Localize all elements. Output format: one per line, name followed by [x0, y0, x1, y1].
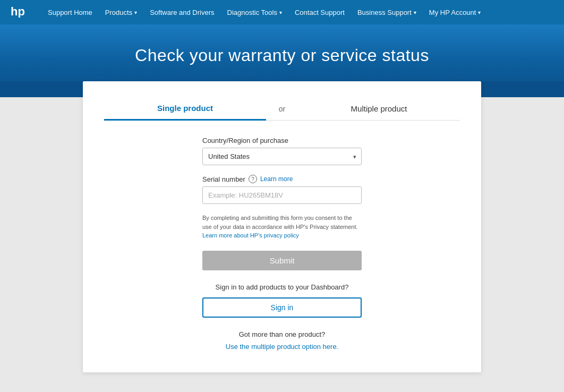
- serial-input[interactable]: [202, 186, 362, 204]
- nav-business-support[interactable]: Business Support ▾: [352, 0, 422, 24]
- nav-my-hp-account[interactable]: My HP Account ▾: [424, 0, 486, 24]
- learn-more-link[interactable]: Learn more: [260, 175, 293, 183]
- country-select-wrapper: United States ▾: [202, 148, 362, 165]
- multiple-product-link[interactable]: Use the multiple product option here.: [226, 343, 338, 351]
- nav-diagnostic-tools[interactable]: Diagnostic Tools ▾: [222, 0, 287, 24]
- product-tabs: Single product or Multiple product: [104, 97, 460, 121]
- consent-text: By completing and submitting this form y…: [202, 214, 362, 240]
- chevron-down-icon: ▾: [134, 10, 137, 15]
- sign-in-button[interactable]: Sign in: [202, 297, 362, 318]
- svg-text:hp: hp: [11, 5, 25, 18]
- hp-logo[interactable]: hp: [11, 5, 30, 20]
- card-wrapper: Single product or Multiple product Count…: [0, 81, 564, 392]
- tab-separator: or: [266, 105, 298, 113]
- country-group: Country/Region of purchase United States…: [202, 137, 362, 165]
- sign-in-prompt: Sign in to add products to your Dashboar…: [202, 283, 362, 291]
- help-icon[interactable]: ?: [249, 175, 257, 183]
- country-label: Country/Region of purchase: [202, 137, 362, 144]
- tab-single-product[interactable]: Single product: [104, 97, 266, 121]
- main-card: Single product or Multiple product Count…: [83, 81, 481, 372]
- nav-support-home[interactable]: Support Home: [42, 0, 98, 24]
- privacy-policy-link[interactable]: Learn more about HP's privacy policy: [202, 232, 299, 238]
- chevron-down-icon: ▾: [414, 10, 416, 15]
- multiple-product-prompt: Got more than one product?: [202, 330, 362, 338]
- chevron-down-icon: ▾: [279, 10, 282, 15]
- chevron-down-icon: ▾: [478, 10, 481, 15]
- multiple-product-link-wrapper: Use the multiple product option here.: [202, 342, 362, 351]
- tab-multiple-product[interactable]: Multiple product: [298, 98, 460, 120]
- navigation: hp Support Home Products ▾ Software and …: [0, 0, 564, 24]
- nav-software-drivers[interactable]: Software and Drivers: [144, 0, 219, 24]
- submit-button[interactable]: Submit: [202, 251, 362, 270]
- page-title: Check your warranty or service status: [11, 46, 553, 65]
- serial-label: Serial number ? Learn more: [202, 175, 362, 183]
- nav-contact-support[interactable]: Contact Support: [289, 0, 350, 24]
- nav-products[interactable]: Products ▾: [100, 0, 142, 24]
- warranty-form: Country/Region of purchase United States…: [202, 137, 362, 351]
- country-select[interactable]: United States: [202, 148, 362, 165]
- serial-group: Serial number ? Learn more: [202, 175, 362, 204]
